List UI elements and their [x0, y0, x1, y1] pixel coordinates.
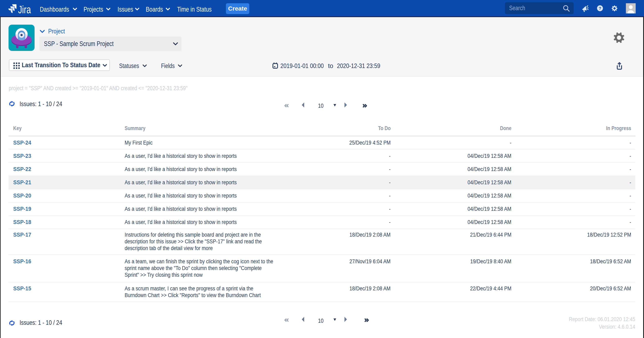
svg-text:?: ? — [599, 6, 601, 11]
